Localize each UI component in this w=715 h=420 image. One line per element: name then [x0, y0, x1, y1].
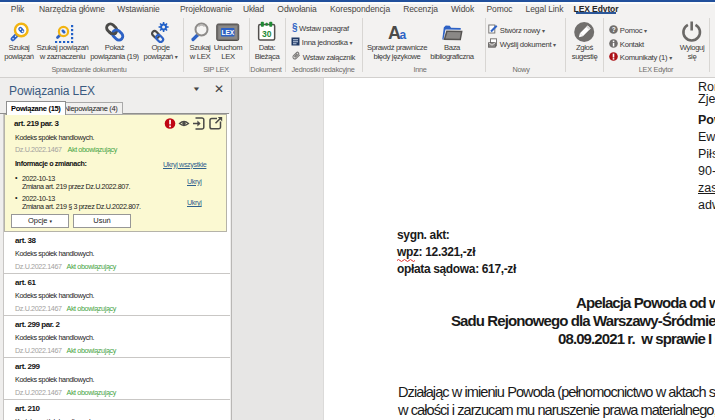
svg-text:30: 30	[262, 29, 272, 39]
svg-text:?: ?	[612, 26, 616, 33]
svg-text:LEX: LEX	[222, 29, 235, 36]
svg-text:a: a	[399, 28, 406, 42]
